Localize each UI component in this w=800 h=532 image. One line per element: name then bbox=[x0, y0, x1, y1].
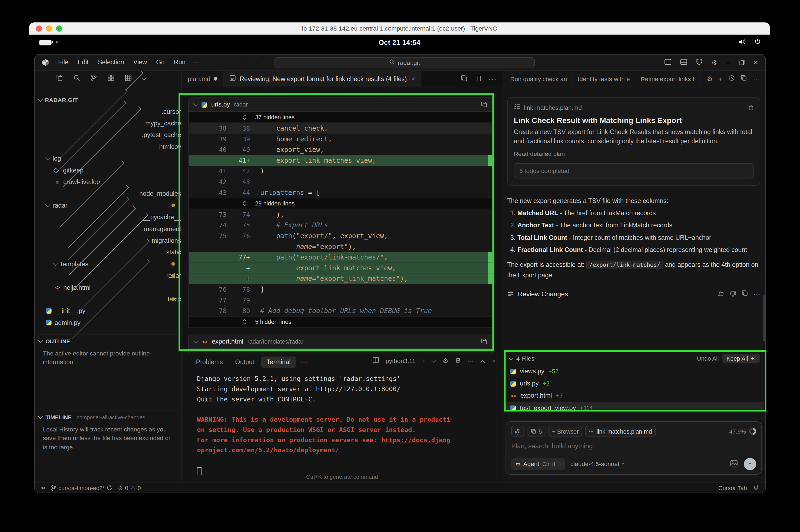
tree-item-node-modules[interactable]: node_modules bbox=[35, 188, 181, 199]
more-actions-icon[interactable]: ⋯ bbox=[488, 74, 496, 84]
send-button[interactable]: ↑ bbox=[744, 458, 756, 470]
keep-all-button[interactable]: Keep All bbox=[722, 354, 760, 363]
extensions-icon[interactable] bbox=[108, 74, 114, 82]
chevron-down-icon[interactable] bbox=[142, 75, 147, 80]
tree-item-templates[interactable]: templates bbox=[35, 258, 181, 270]
hidden-lines-bar[interactable]: 37 hidden lines bbox=[189, 112, 492, 123]
history-icon[interactable] bbox=[729, 75, 735, 82]
nav-forward-icon[interactable]: → bbox=[255, 58, 262, 66]
chat-input-box[interactable]: @ 5 + Browser link-matches.plan.md bbox=[506, 421, 762, 475]
menu-more[interactable]: ⋯ bbox=[190, 59, 206, 66]
power-icon[interactable] bbox=[755, 38, 761, 47]
remote-indicator-icon[interactable]: >< bbox=[41, 485, 45, 490]
source-control-icon[interactable] bbox=[91, 74, 97, 82]
new-terminal-icon[interactable]: + bbox=[422, 357, 426, 364]
terminal-split-icon[interactable] bbox=[372, 357, 379, 365]
terminal-output[interactable]: Django version 5.2.1, using settings 'ra… bbox=[197, 374, 450, 456]
tree-item-tests[interactable]: tests bbox=[35, 293, 181, 305]
trash-icon[interactable] bbox=[455, 357, 461, 365]
volume-icon[interactable] bbox=[739, 38, 746, 47]
attachments-chip[interactable]: 5 bbox=[527, 426, 545, 437]
tree-item-radar[interactable]: radar bbox=[35, 270, 181, 281]
outline-header[interactable]: OUTLINE bbox=[35, 335, 181, 347]
layout-panel-icon[interactable] bbox=[680, 58, 687, 67]
tree-item-migrations[interactable]: migrations bbox=[35, 235, 181, 246]
panel-tab-terminal[interactable]: Terminal bbox=[261, 357, 296, 368]
settings-gear-icon[interactable]: ⚙ bbox=[711, 59, 717, 66]
todos-completed-box[interactable]: 5 todos completed bbox=[514, 163, 754, 179]
shield-icon[interactable] bbox=[696, 58, 703, 67]
minimize-icon[interactable]: – bbox=[726, 58, 730, 67]
menu-go[interactable]: Go bbox=[151, 59, 169, 66]
maximize-panel-icon[interactable] bbox=[480, 357, 485, 364]
scrollbar-thumb[interactable] bbox=[763, 295, 765, 341]
split-editor-icon[interactable] bbox=[475, 74, 481, 83]
thumbs-up-icon[interactable] bbox=[717, 290, 724, 298]
zoom-light[interactable] bbox=[56, 25, 62, 31]
cursor-tab-toggle[interactable]: Cursor Tab bbox=[718, 485, 747, 491]
timeline-header[interactable]: TIMELINE composer-all-active-changes bbox=[35, 411, 181, 423]
problems-indicator[interactable]: ⊘0 ⚠0 bbox=[118, 484, 141, 491]
model-selector[interactable]: claude-4.5-sonnet ^ bbox=[570, 460, 625, 468]
menu-edit[interactable]: Edit bbox=[73, 59, 93, 66]
search-icon[interactable] bbox=[74, 74, 80, 82]
thumbs-down-icon[interactable] bbox=[730, 291, 737, 297]
hidden-lines-bar[interactable]: 29 hidden lines bbox=[189, 198, 492, 209]
tree-item-log[interactable]: log bbox=[35, 152, 181, 164]
agent-mode-selector[interactable]: ∞ Agent Ctrl+I ^ bbox=[511, 458, 565, 470]
terminal-link[interactable]: oproject.com/en/5.2/howto/deployment/ bbox=[197, 446, 339, 454]
hidden-lines-bar[interactable]: 5 hidden lines bbox=[189, 316, 492, 328]
close-icon[interactable]: × bbox=[754, 58, 758, 67]
panel-tab-output[interactable]: Output bbox=[230, 357, 259, 368]
changed-file-test-export-view-py[interactable]: test_export_view.py+114 bbox=[505, 402, 764, 412]
undo-all-button[interactable]: Undo All bbox=[697, 356, 719, 362]
more-actions-icon[interactable]: ⋯ bbox=[753, 75, 759, 82]
diff-file-export-html[interactable]: <> export.html radar/templates/radar bbox=[188, 335, 493, 349]
nav-back-icon[interactable]: ← bbox=[240, 58, 247, 66]
copy-icon[interactable] bbox=[481, 339, 487, 345]
menu-view[interactable]: View bbox=[129, 59, 152, 66]
close-light[interactable] bbox=[36, 25, 42, 31]
review-changes-row[interactable]: Review Changes ⋯ bbox=[507, 290, 760, 298]
menu-file[interactable]: File bbox=[54, 59, 73, 66]
chevron-down-icon[interactable] bbox=[432, 358, 437, 363]
add-browser-chip[interactable]: + Browser bbox=[548, 426, 582, 437]
cursor-logo-icon[interactable] bbox=[42, 59, 50, 66]
tree-item--init-py[interactable]: __init__.py bbox=[35, 305, 181, 317]
changed-file-export-html[interactable]: <>export.html+7 bbox=[505, 390, 764, 402]
tree-item-hello-html[interactable]: <>hello.html bbox=[35, 281, 181, 293]
tree-item-htmlcov[interactable]: htmlcov bbox=[35, 141, 181, 152]
diff-file-header[interactable]: urls.py radar bbox=[188, 97, 493, 112]
terminal-link[interactable]: https://docs.djang bbox=[382, 436, 451, 443]
chat-placeholder[interactable]: Plan, search, build anything bbox=[511, 442, 756, 450]
restore-icon[interactable] bbox=[739, 58, 745, 67]
new-chat-icon[interactable]: + bbox=[719, 75, 722, 82]
composer-tab[interactable]: Identify tests with e bbox=[573, 74, 635, 83]
branch-indicator[interactable]: cursor-timon-ec2* bbox=[51, 485, 112, 491]
close-panel-icon[interactable]: × bbox=[492, 357, 496, 364]
image-attach-icon[interactable] bbox=[730, 460, 738, 468]
tree-item-static[interactable]: static bbox=[35, 246, 181, 258]
command-search-input[interactable]: radar.git bbox=[275, 57, 535, 69]
panel-more-icon[interactable]: ⋯ bbox=[467, 357, 473, 364]
copy-icon[interactable] bbox=[481, 101, 487, 108]
mention-chip[interactable]: @ bbox=[511, 426, 524, 437]
copy-pages-icon[interactable] bbox=[56, 74, 63, 82]
copy-icon[interactable] bbox=[742, 290, 748, 298]
panel-tab-problems[interactable]: Problems bbox=[191, 357, 228, 368]
context-usage[interactable]: 47.9% bbox=[729, 428, 756, 435]
copy-icon[interactable] bbox=[741, 75, 747, 82]
copy-icon[interactable] bbox=[747, 104, 754, 111]
tree-item-admin-py[interactable]: admin.py bbox=[35, 317, 181, 328]
plan-file-name[interactable]: link-matches.plan.md bbox=[524, 104, 582, 111]
changed-file-views-py[interactable]: views.py+52 bbox=[505, 365, 764, 377]
composer-tab[interactable]: Run quality check an bbox=[505, 74, 573, 83]
changed-file-urls-py[interactable]: urls.py+2 bbox=[505, 377, 764, 390]
chevron-down-icon[interactable] bbox=[508, 355, 514, 360]
terminal-settings-icon[interactable]: ⚙ bbox=[443, 357, 448, 365]
terminal-profile-label[interactable]: python3.11 bbox=[386, 357, 415, 364]
open-changes-icon[interactable] bbox=[461, 74, 467, 83]
minimize-light[interactable] bbox=[46, 25, 52, 31]
tab-plan-md[interactable]: plan.md bbox=[182, 71, 224, 87]
menu-selection[interactable]: Selection bbox=[93, 59, 129, 66]
